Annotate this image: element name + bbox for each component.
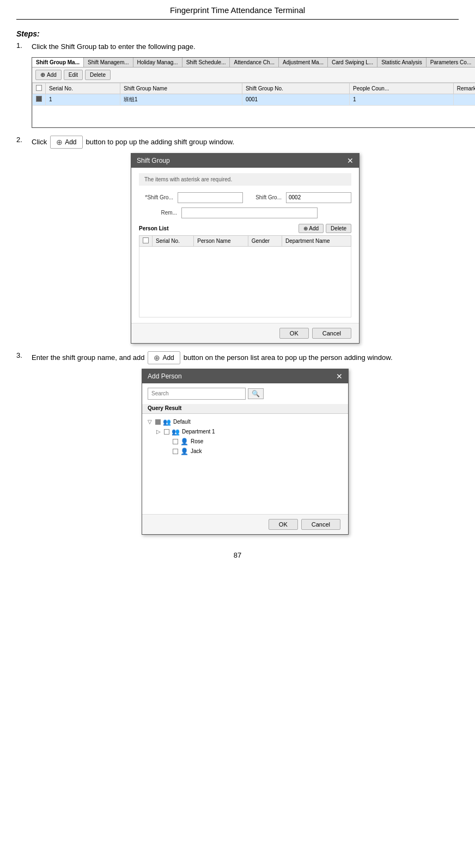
person-add-label: Add <box>309 225 319 231</box>
person-col-serial: Serial No. <box>153 235 194 246</box>
step2-plus-icon: ⊕ <box>56 138 63 146</box>
header-checkbox[interactable] <box>36 85 42 91</box>
tab-holiday-management[interactable]: Holiday Manag... <box>133 58 182 67</box>
page-number: 87 <box>16 551 459 559</box>
add-person-ok-button[interactable]: OK <box>269 519 298 530</box>
person-icon-rose: 👤 <box>180 438 188 445</box>
step3-add-label: Add <box>162 354 174 362</box>
shift-group-table: Serial No. Shift Group Name Shift Group … <box>32 83 475 127</box>
checkbox-default[interactable] <box>155 419 161 425</box>
person-list-label: Person List <box>139 225 168 231</box>
page-title: Fingerprint Time Attendance Terminal <box>16 5 459 20</box>
shift-group-no-input[interactable] <box>286 192 351 203</box>
search-input[interactable] <box>148 388 246 400</box>
step-3-text: Enter the shift group name, and add ⊕ Ad… <box>32 351 459 364</box>
dialog-title-bar: Shift Group ✕ <box>131 154 359 168</box>
person-table-body <box>139 246 351 317</box>
query-result-label: Query Result <box>142 404 348 414</box>
step-1-text: Click the Shift Group tab to enter the f… <box>32 41 475 53</box>
person-col-name: Person Name <box>194 235 248 246</box>
person-icon-jack: 👤 <box>180 448 188 455</box>
step3-plus-icon: ⊕ <box>154 353 160 362</box>
step-3: 3. Enter the shift group name, and add ⊕… <box>16 351 459 535</box>
step2-add-label: Add <box>65 138 76 146</box>
row-checkbox[interactable] <box>36 96 42 102</box>
step-2-number: 2. <box>16 136 32 144</box>
node-label-dept1: Department 1 <box>182 429 215 435</box>
tree-node-dept1[interactable]: ▷ 👥 Department 1 <box>156 427 343 437</box>
person-list-section: Person List ⊕ Add Delete <box>139 224 351 317</box>
dialog-close-button[interactable]: ✕ <box>347 156 354 165</box>
tab-shift-group-ma[interactable]: Shift Group Ma... <box>32 58 84 67</box>
tab-parameters-co[interactable]: Parameters Co... <box>427 58 475 67</box>
tab-adjustment-ma[interactable]: Adjustment Ma... <box>279 58 328 67</box>
node-label-rose: Rose <box>191 438 203 444</box>
person-delete-label: Delete <box>331 225 346 231</box>
shift-group-name-input[interactable] <box>178 192 243 203</box>
checkbox-jack[interactable] <box>173 449 178 454</box>
tab-attendance-ch[interactable]: Attendance Ch... <box>230 58 279 67</box>
person-add-button[interactable]: ⊕ Add <box>299 224 324 233</box>
add-person-title: Add Person <box>148 372 182 380</box>
step-1-content: Click the Shift Group tab to enter the f… <box>32 41 475 128</box>
tab-statistic-analysis[interactable]: Statistic Analysis <box>377 58 426 67</box>
checkbox-rose[interactable] <box>173 439 178 444</box>
tab-shift-schedule[interactable]: Shift Schedule... <box>182 58 230 67</box>
step-1: 1. Click the Shift Group tab to enter th… <box>16 41 459 128</box>
add-icon: ⊕ <box>40 71 45 78</box>
person-table: Serial No. Person Name Gender Department… <box>139 235 351 317</box>
tree-empty-space <box>148 456 343 511</box>
col-serial: Serial No. <box>46 83 120 94</box>
tab-card-swiping[interactable]: Card Swiping L... <box>328 58 377 67</box>
person-col-cb <box>139 235 153 246</box>
tab-shift-management[interactable]: Shift Managem... <box>84 58 133 67</box>
step-3-number: 3. <box>16 351 32 359</box>
add-label: Add <box>47 72 57 78</box>
step-2-text-after: button to pop up the adding shift group … <box>86 138 234 146</box>
add-button[interactable]: ⊕ Add <box>35 70 62 80</box>
step-3-text-before: Enter the shift group name, and add <box>32 353 144 362</box>
expand-icon-default: ▽ <box>148 419 153 425</box>
col-name: Shift Group Name <box>120 83 242 94</box>
step-3-content: Enter the shift group name, and add ⊕ Ad… <box>32 351 459 535</box>
step-2-content: Click ⊕ Add button to pop up the adding … <box>32 136 459 344</box>
person-col-dept: Department Name <box>282 235 351 246</box>
tree-node-jack[interactable]: 👤 Jack <box>165 447 343 456</box>
row-checkbox-cell <box>33 94 46 105</box>
remark-input[interactable] <box>181 207 318 218</box>
dialog-title: Shift Group <box>137 157 170 164</box>
person-delete-button[interactable]: Delete <box>326 224 351 233</box>
node-label-default: Default <box>173 419 191 425</box>
step2-add-button[interactable]: ⊕ Add <box>50 136 82 149</box>
row-count: 1 <box>350 94 454 105</box>
person-col-gender: Gender <box>248 235 282 246</box>
delete-button[interactable]: Delete <box>85 70 111 80</box>
person-empty-row <box>139 246 351 317</box>
dialog-notice: The items with asterisk are required. <box>139 173 351 186</box>
col-checkbox <box>33 83 46 94</box>
table-row[interactable]: 1 班组1 0001 1 <box>33 94 476 105</box>
edit-label: Edit <box>69 72 78 78</box>
add-person-footer: OK Cancel <box>142 514 348 534</box>
dialog-ok-button[interactable]: OK <box>279 328 309 339</box>
delete-label: Delete <box>90 72 106 78</box>
add-person-close-button[interactable]: ✕ <box>336 372 343 381</box>
row-name: 班组1 <box>120 94 242 105</box>
person-header-cb[interactable] <box>143 237 149 243</box>
step3-add-button[interactable]: ⊕ Add <box>148 351 180 364</box>
tree-node-rose[interactable]: 👤 Rose <box>165 437 343 447</box>
edit-button[interactable]: Edit <box>64 70 83 80</box>
dialog-cancel-button[interactable]: Cancel <box>312 328 351 339</box>
step-3-text-after: button on the person list area to pop up… <box>184 353 393 362</box>
person-list-header: Person List ⊕ Add Delete <box>139 224 351 233</box>
node-label-jack: Jack <box>191 448 202 454</box>
row-serial: 1 <box>46 94 120 105</box>
checkbox-dept1[interactable] <box>164 429 169 435</box>
col-number: Shift Group No. <box>242 83 349 94</box>
row-remark <box>453 94 475 105</box>
tree-node-default[interactable]: ▽ 👥 Default <box>148 417 343 427</box>
search-row: 🔍 <box>142 383 348 404</box>
add-person-cancel-button[interactable]: Cancel <box>301 519 340 530</box>
remark-label: Rem... <box>139 210 177 216</box>
search-button[interactable]: 🔍 <box>248 388 264 399</box>
